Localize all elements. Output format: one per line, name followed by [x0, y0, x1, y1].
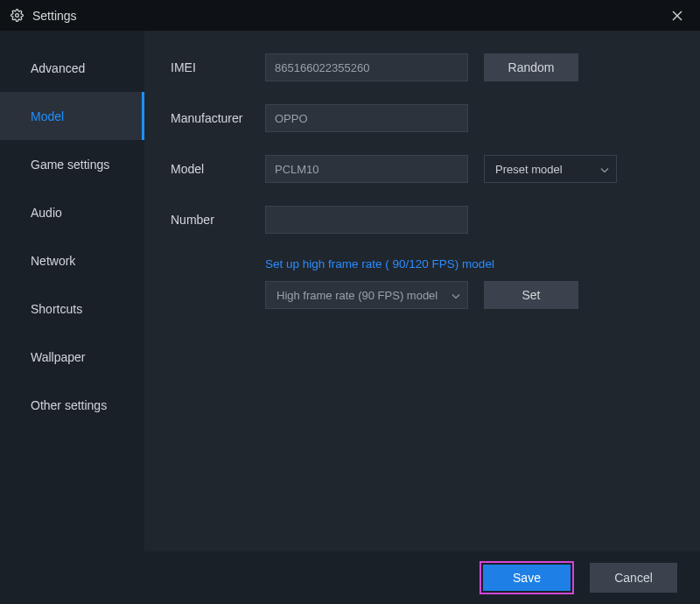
chevron-down-icon [452, 289, 460, 302]
imei-label: IMEI [171, 60, 265, 74]
random-button[interactable]: Random [484, 53, 578, 81]
fps-model-dropdown[interactable]: High frame rate (90 FPS) model [265, 281, 468, 309]
manufacturer-label: Manufacturer [171, 111, 265, 125]
imei-value: 865166022355260 [275, 61, 369, 74]
settings-panel-model: IMEI 865166022355260 Random Manufacturer… [144, 31, 700, 551]
footer: Save Cancel [0, 551, 700, 604]
sidebar-item-model[interactable]: Model [0, 92, 144, 140]
set-button[interactable]: Set [484, 281, 578, 309]
sidebar-item-audio[interactable]: Audio [0, 188, 144, 236]
sidebar-item-label: Audio [31, 206, 62, 220]
window-title: Settings [32, 9, 77, 23]
sidebar-item-shortcuts[interactable]: Shortcuts [0, 284, 144, 333]
preset-model-dropdown[interactable]: Preset model [484, 155, 617, 183]
cancel-button[interactable]: Cancel [590, 563, 677, 593]
sidebar-item-label: Other settings [31, 398, 107, 412]
manufacturer-input[interactable]: OPPO [265, 104, 468, 132]
svg-point-0 [16, 14, 19, 18]
sidebar-item-label: Shortcuts [31, 302, 82, 316]
chevron-down-icon [600, 163, 609, 176]
gear-icon [10, 9, 24, 22]
high-fps-link[interactable]: Set up high frame rate ( 90/120 FPS) mod… [265, 257, 494, 270]
model-label: Model [171, 162, 265, 176]
sidebar-item-label: Wallpaper [31, 350, 86, 364]
number-input[interactable] [265, 206, 468, 234]
sidebar-item-label: Advanced [31, 61, 85, 75]
sidebar-item-label: Model [31, 109, 64, 123]
sidebar-item-label: Network [31, 254, 75, 268]
close-icon[interactable] [665, 4, 690, 28]
sidebar-item-wallpaper[interactable]: Wallpaper [0, 333, 144, 381]
save-button-highlight: Save [480, 561, 574, 594]
sidebar-item-advanced[interactable]: Advanced [0, 44, 144, 92]
model-input[interactable]: PCLM10 [265, 155, 468, 183]
save-button[interactable]: Save [483, 565, 570, 591]
sidebar-item-label: Game settings [31, 158, 109, 172]
sidebar-item-network[interactable]: Network [0, 236, 144, 284]
sidebar-item-other-settings[interactable]: Other settings [0, 381, 144, 429]
model-value: PCLM10 [275, 163, 319, 176]
settings-window: Settings Advanced Model Game settings Au… [0, 0, 700, 604]
manufacturer-value: OPPO [275, 112, 308, 125]
imei-input[interactable]: 865166022355260 [265, 53, 468, 81]
sidebar: Advanced Model Game settings Audio Netwo… [0, 31, 144, 551]
sidebar-item-game-settings[interactable]: Game settings [0, 140, 144, 188]
titlebar: Settings [0, 0, 700, 31]
number-label: Number [171, 213, 265, 227]
